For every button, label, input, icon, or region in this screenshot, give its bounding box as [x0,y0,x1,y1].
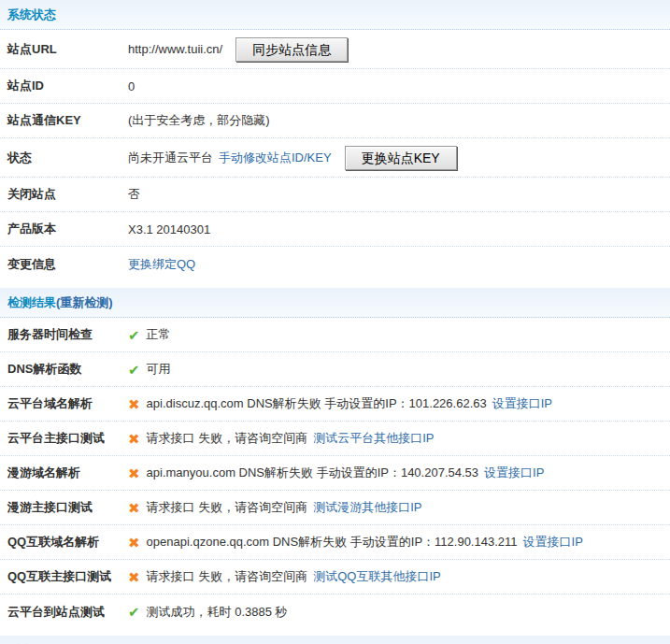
sync-site-info-button[interactable]: 同步站点信息 [235,37,348,62]
row-label: 站点URL [0,41,128,58]
section-header-check-results: 检测结果(重新检测) [0,288,670,318]
change-site-key-button[interactable]: 更换站点KEY [345,146,457,170]
row-cloud-domain-resolve: 云平台域名解析✖api.discuz.qq.com DNS解析失败 手动设置的I… [0,387,670,422]
set-interface-ip-link[interactable]: 设置接口IP [484,465,544,481]
failure-icon: ✖ [128,536,140,550]
row-value: ✔可用 [128,361,670,378]
row-dns-resolve-function: DNS解析函数✔可用 [0,352,670,387]
change-bound-qq-link[interactable]: 更换绑定QQ [128,256,195,273]
set-interface-ip-link[interactable]: 设置接口IP [523,534,583,551]
row-qq-main-api-test: QQ互联主接口测试✖请求接口 失败，请咨询空间商测试QQ互联其他接口IP [0,560,670,594]
value-text: 可用 [147,361,171,378]
row-site-url: 站点URLhttp://www.tuii.cn/同步站点信息 [0,30,670,69]
row-value: ✖api.discuz.qq.com DNS解析失败 手动设置的IP：101.2… [128,395,670,412]
value-text: api.manyou.com DNS解析失败 手动设置的IP：140.207.5… [147,465,478,481]
test-manyou-other-ip-link[interactable]: 测试漫游其他接口IP [313,499,421,516]
row-label: 漫游主接口测试 [0,499,128,516]
section-title: 检测结果 [7,294,56,311]
value-text: openapi.qzone.qq.com DNS解析失败 手动设置的IP：112… [147,534,518,551]
row-value: http://www.tuii.cn/同步站点信息 [128,37,670,62]
failure-icon: ✖ [128,501,140,515]
section-header-system-plugin-check: 系统插件检测 [0,636,670,644]
value-text: 请求接口 失败，请咨询空间商 [147,568,308,585]
row-cloud-main-api-test: 云平台主接口测试✖请求接口 失败，请咨询空间商测试云平台其他接口IP [0,422,670,456]
value-text: api.discuz.qq.com DNS解析失败 手动设置的IP：101.22… [147,395,487,412]
row-site-id: 站点ID0 [0,69,670,104]
row-label: 产品版本 [0,221,128,237]
row-label: QQ互联域名解析 [0,534,128,551]
section-system-status: 系统状态站点URLhttp://www.tuii.cn/同步站点信息站点ID0站… [0,0,670,281]
row-label: 云平台域名解析 [0,395,128,412]
value-text: (出于安全考虑，部分隐藏) [128,112,270,129]
value-text: 尚未开通云平台 [128,150,213,166]
row-label: 服务器时间检查 [0,326,128,343]
row-value: 0 [128,79,670,93]
success-icon: ✔ [128,605,140,619]
row-close-site: 关闭站点否 [0,178,670,212]
row-site-comm-key: 站点通信KEY(出于安全考虑，部分隐藏) [0,104,670,138]
success-icon: ✔ [128,363,140,377]
row-label: 云平台到站点测试 [0,604,128,621]
row-label: DNS解析函数 [0,361,128,378]
row-value: ✖openapi.qzone.qq.com DNS解析失败 手动设置的IP：11… [128,534,670,551]
test-cloud-other-ip-link[interactable]: 测试云平台其他接口IP [313,430,434,447]
value-text: 请求接口 失败，请咨询空间商 [147,430,308,447]
row-label: QQ互联主接口测试 [0,568,128,585]
row-value: (出于安全考虑，部分隐藏) [128,112,670,129]
row-label: 漫游域名解析 [0,465,128,481]
value-text: 正常 [147,326,171,343]
value-text: http://www.tuii.cn/ [128,42,222,56]
failure-icon: ✖ [128,466,140,480]
row-manyou-main-api-test: 漫游主接口测试✖请求接口 失败，请咨询空间商测试漫游其他接口IP [0,491,670,525]
section-check-results: 检测结果(重新检测)服务器时间检查✔正常DNS解析函数✔可用云平台域名解析✖ap… [0,288,670,629]
section-system-plugin-check: 系统插件检测 [0,636,670,644]
value-text: 0 [128,79,135,93]
row-value: 尚未开通云平台手动修改站点ID/KEY更换站点KEY [128,146,670,170]
row-value: ✖请求接口 失败，请咨询空间商测试QQ互联其他接口IP [128,568,670,585]
row-product-version: 产品版本X3.1 20140301 [0,212,670,247]
row-value: X3.1 20140301 [128,222,670,236]
set-interface-ip-link[interactable]: 设置接口IP [492,395,552,412]
row-label: 状态 [0,150,128,166]
row-cloud-to-site-test: 云平台到站点测试✔测试成功，耗时 0.3885 秒 [0,594,670,629]
value-text: 请求接口 失败，请咨询空间商 [147,499,308,516]
row-value: ✖请求接口 失败，请咨询空间商测试漫游其他接口IP [128,499,670,516]
value-text: 否 [128,186,140,203]
row-value: 否 [128,186,670,203]
row-label: 云平台主接口测试 [0,430,128,447]
row-value: ✖api.manyou.com DNS解析失败 手动设置的IP：140.207.… [128,465,670,481]
row-server-time-check: 服务器时间检查✔正常 [0,318,670,352]
section-header-system-status: 系统状态 [0,0,670,30]
row-change-info: 变更信息更换绑定QQ [0,247,670,281]
row-value: ✖请求接口 失败，请咨询空间商测试云平台其他接口IP [128,430,670,447]
success-icon: ✔ [128,328,140,342]
row-value: ✔测试成功，耗时 0.3885 秒 [128,604,670,621]
row-label: 变更信息 [0,256,128,273]
value-text: 测试成功，耗时 0.3885 秒 [147,604,288,621]
test-qq-other-ip-link[interactable]: 测试QQ互联其他接口IP [313,568,441,585]
row-value: 更换绑定QQ [128,256,670,273]
row-status: 状态尚未开通云平台手动修改站点ID/KEY更换站点KEY [0,138,670,178]
row-label: 站点通信KEY [0,112,128,129]
value-text: X3.1 20140301 [128,222,210,236]
section-title: 系统状态 [7,7,56,23]
row-manyou-domain-resolve: 漫游域名解析✖api.manyou.com DNS解析失败 手动设置的IP：14… [0,456,670,491]
failure-icon: ✖ [128,570,140,584]
row-value: ✔正常 [128,326,670,343]
row-qq-domain-resolve: QQ互联域名解析✖openapi.qzone.qq.com DNS解析失败 手动… [0,525,670,560]
failure-icon: ✖ [128,432,140,446]
row-label: 站点ID [0,78,128,94]
manual-modify-id-key-link[interactable]: 手动修改站点ID/KEY [219,150,332,166]
failure-icon: ✖ [128,397,140,411]
row-label: 关闭站点 [0,186,128,203]
recheck-link[interactable]: (重新检测) [56,294,113,311]
cloud-diagnosis-page: 系统状态站点URLhttp://www.tuii.cn/同步站点信息站点ID0站… [0,0,670,644]
